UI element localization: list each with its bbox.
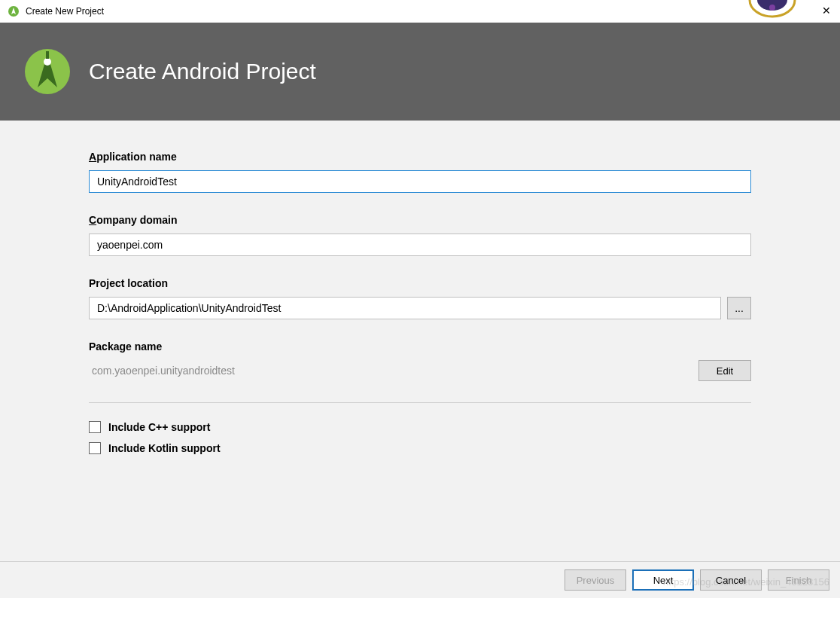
package-name-group: Package name com.yaoenpei.unityandroidte…: [89, 340, 751, 381]
application-name-input[interactable]: [89, 170, 751, 193]
include-cpp-row: Include C++ support: [89, 421, 751, 433]
edit-package-button[interactable]: Edit: [698, 360, 751, 381]
company-domain-input[interactable]: [89, 234, 751, 256]
svg-point-5: [44, 58, 51, 66]
application-name-label: Application name: [89, 151, 751, 163]
android-studio-logo-icon: [21, 45, 74, 98]
package-name-value: com.yaoenpei.unityandroidtest: [89, 365, 235, 377]
browse-location-button[interactable]: ...: [727, 297, 751, 319]
divider: [89, 402, 751, 403]
window-title: Create New Project: [26, 6, 104, 17]
svg-rect-6: [46, 51, 49, 59]
cancel-button[interactable]: Cancel: [700, 569, 762, 591]
include-kotlin-label: Include Kotlin support: [108, 442, 221, 454]
include-cpp-label: Include C++ support: [108, 421, 210, 433]
close-icon[interactable]: ✕: [822, 5, 831, 17]
package-name-label: Package name: [89, 340, 751, 353]
previous-button[interactable]: Previous: [565, 569, 626, 591]
include-kotlin-checkbox[interactable]: [89, 442, 101, 454]
wizard-header: Create Android Project: [0, 23, 840, 121]
finish-button[interactable]: Finish: [768, 569, 829, 591]
wizard-title: Create Android Project: [89, 59, 316, 84]
include-kotlin-row: Include Kotlin support: [89, 442, 751, 454]
include-cpp-checkbox[interactable]: [89, 421, 101, 433]
wizard-content: Application name Company domain Project …: [0, 121, 840, 598]
application-name-group: Application name: [89, 151, 751, 193]
svg-point-3: [769, 5, 775, 11]
project-location-input[interactable]: [89, 297, 721, 319]
decorative-overlay: [742, 0, 810, 23]
project-location-group: Project location ...: [89, 277, 751, 319]
titlebar: Create New Project ✕: [0, 0, 840, 23]
company-domain-group: Company domain: [89, 214, 751, 256]
company-domain-label: Company domain: [89, 214, 751, 226]
wizard-footer: Previous Next Cancel Finish https://blog…: [0, 561, 840, 598]
next-button[interactable]: Next: [632, 569, 694, 591]
android-studio-icon: [8, 5, 20, 17]
project-location-label: Project location: [89, 277, 751, 289]
